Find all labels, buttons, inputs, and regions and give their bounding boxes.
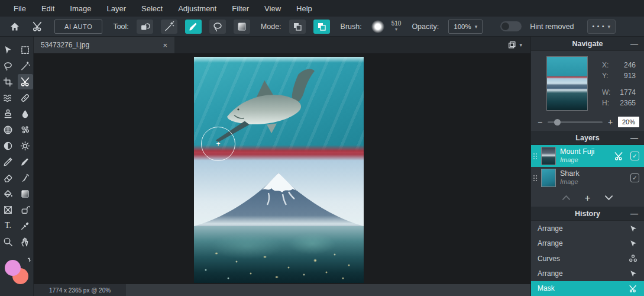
drag-handle-icon[interactable] — [533, 175, 537, 181]
layer-visibility-checkbox[interactable]: ✓ — [630, 152, 639, 160]
magic-wand-icon[interactable] — [18, 58, 33, 73]
mask-scissors-icon[interactable] — [614, 151, 624, 161]
windows-icon[interactable]: ▾ — [507, 40, 522, 50]
collapse-icon[interactable]: — — [630, 133, 638, 142]
menu-filter[interactable]: Filter — [224, 4, 257, 13]
y-label: Y: — [602, 72, 609, 80]
history-label: Arrange — [538, 269, 563, 278]
brush-size-value: 510 — [391, 21, 402, 27]
water-surface — [194, 57, 364, 63]
layer-thumbnail[interactable] — [541, 169, 556, 187]
opacity-dropdown[interactable]: 100% ▾ — [448, 20, 483, 34]
eyedropper-icon[interactable] — [18, 218, 33, 233]
shape-cutout-icon[interactable] — [137, 20, 153, 34]
frame-icon[interactable] — [1, 202, 16, 217]
blur-drop-icon[interactable] — [18, 106, 33, 121]
sponge-icon[interactable] — [18, 122, 33, 137]
zoom-in-button[interactable]: + — [607, 117, 613, 127]
pixelate-icon[interactable] — [1, 122, 16, 137]
zoom-slider-knob[interactable] — [554, 119, 561, 126]
layer-visibility-checkbox[interactable]: ✓ — [630, 173, 639, 182]
drag-handle-icon[interactable] — [533, 153, 537, 159]
history-item-mask[interactable]: Mask — [531, 281, 644, 296]
canvas-area[interactable]: + — [34, 53, 530, 284]
document-image[interactable] — [194, 57, 364, 283]
layer-thumbnail[interactable] — [541, 147, 556, 165]
zoom-slider[interactable] — [548, 121, 603, 123]
mode-subtract-icon[interactable] — [289, 20, 306, 34]
ai-auto-button[interactable]: AI AUTO — [54, 20, 102, 34]
home-icon[interactable] — [6, 19, 24, 34]
menu-image[interactable]: Image — [62, 4, 99, 13]
eraser-icon[interactable] — [1, 170, 16, 185]
zoom-icon[interactable] — [1, 234, 16, 249]
document-tab[interactable]: 53473276_l.jpg × — [34, 37, 174, 53]
menu-file[interactable]: File — [6, 4, 34, 13]
move-layer-down-icon[interactable] — [604, 195, 613, 201]
smudge-icon[interactable] — [18, 170, 33, 185]
menu-view[interactable]: View — [257, 4, 289, 13]
crop-icon[interactable] — [1, 74, 16, 89]
collapse-icon[interactable]: — — [630, 39, 638, 48]
lasso-icon[interactable] — [209, 20, 226, 34]
marquee-icon[interactable] — [18, 42, 33, 57]
layer-row-shark[interactable]: Shark Image ✓ — [531, 167, 644, 189]
w-label: W: — [602, 88, 610, 96]
pen-icon[interactable] — [1, 154, 16, 169]
more-options-button[interactable]: • • • ▾ — [587, 20, 616, 34]
cut-icon[interactable] — [28, 19, 46, 34]
curves-icon — [629, 254, 637, 263]
close-icon[interactable]: × — [163, 41, 167, 50]
layer-row-mount-fuji[interactable]: Mount Fuji Image ✓ — [531, 145, 644, 167]
add-layer-button[interactable]: + — [585, 193, 591, 203]
history-item-arrange[interactable]: Arrange — [531, 236, 644, 250]
mode-add-icon[interactable] — [313, 20, 330, 34]
chevron-down-icon: ▾ — [519, 42, 522, 48]
hand-icon[interactable] — [18, 234, 33, 249]
menu-layer[interactable]: Layer — [99, 4, 134, 13]
navigate-title: Navigate — [572, 40, 603, 48]
navigate-panel-header: Navigate — — [531, 37, 644, 51]
lasso-icon[interactable] — [1, 58, 16, 73]
arrange-icon — [629, 269, 637, 278]
shape-icon[interactable] — [18, 202, 33, 217]
zoom-value-field[interactable]: 20% — [618, 117, 639, 127]
draw-brush-icon[interactable] — [185, 20, 202, 34]
gradient-icon[interactable] — [18, 186, 33, 201]
navigate-thumbnail[interactable] — [546, 56, 588, 111]
toggle-knob — [501, 22, 509, 30]
zoom-out-button[interactable]: − — [537, 117, 543, 127]
brush-icon[interactable] — [18, 154, 33, 169]
text-tool-icon[interactable]: T. — [1, 218, 16, 233]
hint-removed-toggle[interactable] — [500, 21, 522, 31]
liquify-icon[interactable] — [1, 90, 16, 105]
layer-controls: + — [531, 189, 644, 207]
collapse-icon[interactable]: — — [630, 209, 638, 218]
chevron-down-icon: ▾ — [395, 27, 397, 32]
menu-edit[interactable]: Edit — [34, 4, 62, 13]
heal-icon[interactable] — [18, 90, 33, 105]
ellipsis-icon: • • • — [593, 23, 605, 30]
menu-adjustment[interactable]: Adjustment — [170, 4, 224, 13]
pointer-icon[interactable] — [1, 42, 16, 57]
tool-sidebar: T. — [0, 37, 34, 296]
magic-wand-icon[interactable] — [161, 20, 177, 34]
history-item-arrange[interactable]: Arrange — [531, 266, 644, 281]
x-value: 246 — [624, 61, 636, 69]
dodge-burn-icon[interactable] — [1, 138, 16, 153]
cutout-icon[interactable] — [18, 74, 33, 89]
brush-size-control[interactable]: 510 ▾ — [391, 21, 402, 32]
fill-icon[interactable] — [1, 186, 16, 201]
history-item-arrange[interactable]: Arrange — [531, 221, 644, 236]
gradient-icon[interactable] — [234, 20, 250, 34]
swap-colors-icon[interactable] — [23, 258, 31, 265]
opacity-value: 100% — [454, 23, 471, 30]
clone-stamp-icon[interactable] — [1, 106, 16, 121]
primary-color-swatch[interactable] — [5, 260, 21, 276]
menu-help[interactable]: Help — [289, 4, 320, 13]
brush-preview[interactable] — [371, 20, 384, 33]
sharpen-icon[interactable] — [18, 138, 33, 153]
menu-select[interactable]: Select — [134, 4, 170, 13]
history-item-curves[interactable]: Curves — [531, 251, 644, 266]
move-layer-up-icon[interactable] — [562, 195, 571, 201]
